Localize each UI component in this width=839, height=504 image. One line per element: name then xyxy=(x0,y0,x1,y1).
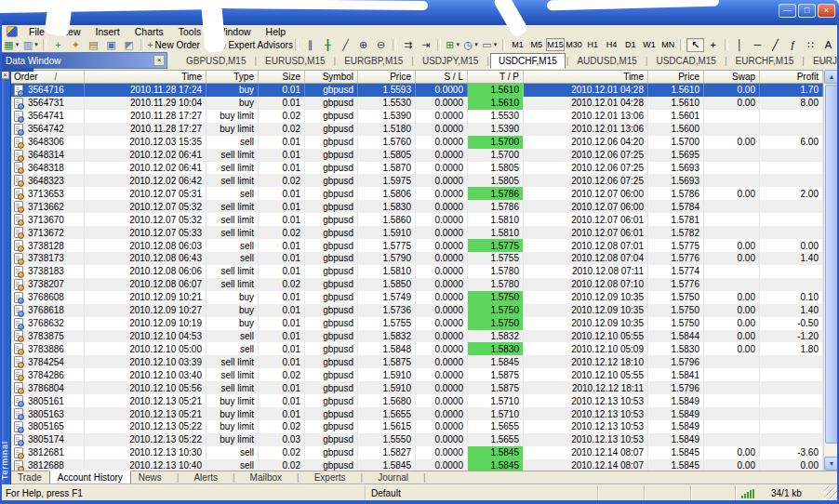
candlestick-button[interactable]: ╂ xyxy=(319,38,337,52)
table-row[interactable]: 36483182010.12.02 06:41sell limit0.01gbp… xyxy=(10,162,839,175)
minimize-button[interactable]: — xyxy=(779,4,796,18)
data-window-close-icon[interactable]: × xyxy=(153,55,165,66)
terminal-close-icon[interactable]: × xyxy=(1,71,9,79)
data-window-panel[interactable]: Data Window × xyxy=(0,52,167,69)
table-row[interactable]: 37381732010.12.08 06:43sell0.01gbpusd1.5… xyxy=(10,252,839,265)
cursor-tool[interactable]: ↖ xyxy=(686,38,704,52)
chart-tab-gbpusd[interactable]: GBPUSD,M15 xyxy=(179,54,253,68)
column-header-type[interactable]: Type xyxy=(206,71,259,83)
navigator-button[interactable]: ✦ xyxy=(67,38,85,52)
terminal-tab-account-history[interactable]: Account History xyxy=(49,471,131,484)
column-header-symbol[interactable]: Symbol xyxy=(305,71,358,83)
table-row[interactable]: 37136532010.12.07 05:31sell0.01gbpusd1.5… xyxy=(10,187,839,200)
table-row[interactable]: 37686082010.12.09 10:21buy0.01gbpusd1.57… xyxy=(10,291,839,304)
indicators-button[interactable]: ⊞▾ xyxy=(444,38,461,52)
table-row[interactable]: 37686182010.12.09 10:27buy0.01gbpusd1.57… xyxy=(10,304,839,317)
chart-tab-eurchf[interactable]: EURCHF,M15 xyxy=(728,54,802,68)
column-header-open-price[interactable]: Price xyxy=(358,71,416,83)
scrollbar-thumb[interactable] xyxy=(825,85,838,444)
table-row[interactable]: 38051652010.12.13 05:22buy limit0.02gbpu… xyxy=(10,420,839,433)
table-row[interactable]: 35647422010.11.28 17:27buy limit0.02gbpu… xyxy=(10,123,839,136)
templates-button[interactable]: ▭▾ xyxy=(480,38,499,52)
column-header-size[interactable]: Size xyxy=(259,71,305,83)
expert-advisors-button[interactable]: ◉Expert Advisors xyxy=(218,38,292,52)
timeframe-w1-button[interactable]: W1 xyxy=(640,38,659,51)
new-chart-button[interactable]: ▦▾ xyxy=(2,38,21,52)
column-header-profit[interactable]: Profit xyxy=(760,71,823,83)
table-row[interactable]: 37382072010.12.08 06:07sell limit0.02gbp… xyxy=(10,278,839,291)
chart-tab-usdjpy[interactable]: USDJPY,M15 xyxy=(415,54,486,68)
column-header-close-price[interactable]: Price xyxy=(648,71,704,83)
chart-tab-eurgbp[interactable]: EURGBP,M15 xyxy=(337,54,410,68)
new-order-button[interactable]: +New Order xyxy=(147,38,201,52)
table-row[interactable]: 37868042010.12.10 05:56sell limit0.01gbp… xyxy=(10,381,839,394)
table-row[interactable]: 36483142010.12.02 06:41sell limit0.01gbp… xyxy=(10,149,839,162)
timeframe-d1-button[interactable]: D1 xyxy=(621,38,640,51)
table-row[interactable]: 37686322010.12.09 10:19buy0.01gbpusd1.57… xyxy=(10,317,839,330)
close-button[interactable]: × xyxy=(818,4,835,18)
trendline-tool[interactable]: ╱ xyxy=(766,38,784,52)
chart-tab-audusd[interactable]: AUDUSD,M15 xyxy=(569,54,644,68)
terminal-button[interactable]: ▣ xyxy=(102,38,120,52)
chart-tab-usdcad[interactable]: USDCAD,M15 xyxy=(648,54,723,68)
table-row[interactable]: 38126812010.12.13 10:30sell0.02gbpusd1.5… xyxy=(10,446,839,459)
terminal-tab-experts[interactable]: Experts xyxy=(307,471,353,484)
chart-shift-button[interactable]: ⇥ xyxy=(417,38,434,52)
column-header-tp[interactable]: T / P xyxy=(468,71,524,83)
line-chart-button[interactable]: ╱ xyxy=(337,38,354,52)
text-tool[interactable]: A xyxy=(819,38,837,52)
table-row[interactable]: 37136702010.12.07 05:32sell limit0.01gbp… xyxy=(10,213,839,226)
terminal-tab-alerts[interactable]: Alerts xyxy=(186,471,225,484)
shapes-tool[interactable]: ∷ xyxy=(802,38,819,52)
timeframe-h1-button[interactable]: H1 xyxy=(583,38,602,51)
table-row[interactable]: 36483232010.12.02 06:42sell limit0.02gbp… xyxy=(10,174,839,187)
timeframe-m15-button[interactable]: M15 xyxy=(546,38,565,51)
table-row[interactable]: 37136622010.12.07 05:32sell limit0.01gbp… xyxy=(10,200,839,213)
table-row[interactable]: 38051612010.12.13 05:21buy limit0.01gbpu… xyxy=(10,394,839,407)
menu-charts[interactable]: Charts xyxy=(127,26,171,37)
table-row[interactable]: 35647412010.11.28 17:27buy limit0.02gbpu… xyxy=(10,110,839,123)
periods-button[interactable]: ◷▾ xyxy=(461,38,480,52)
table-row[interactable]: 37842542010.12.10 03:39sell limit0.01gbp… xyxy=(10,355,839,368)
table-row[interactable]: 35647162010.11.28 17:24buy0.01gbpusd1.55… xyxy=(10,84,839,97)
data-window-button[interactable]: ▤ xyxy=(85,38,102,52)
fibonacci-tool[interactable]: ƒ xyxy=(784,38,802,52)
terminal-tab-mailbox[interactable]: Mailbox xyxy=(243,471,289,484)
table-row[interactable]: 38051632010.12.13 05:21buy limit0.01gbpu… xyxy=(10,407,839,420)
tab-scroll-arrows[interactable]: ◂▸ xyxy=(818,56,832,65)
table-row[interactable]: 37838752010.12.10 04:53sell0.01gbpusd1.5… xyxy=(10,330,839,343)
terminal-tab-journal[interactable]: Journal xyxy=(370,471,416,484)
auto-scroll-button[interactable]: ⇉ xyxy=(399,38,417,52)
table-row[interactable]: 37842862010.12.10 03:40sell limit0.02gbp… xyxy=(10,368,839,381)
column-header-swap[interactable]: Swap xyxy=(704,71,760,83)
crosshair-tool[interactable]: + xyxy=(704,38,722,52)
chart-tab-usdchf[interactable]: USDCHF,M15 xyxy=(490,53,566,69)
timeframe-m30-button[interactable]: M30 xyxy=(565,38,583,51)
table-row[interactable]: 36483062010.12.03 15:35sell0.01gbpusd1.5… xyxy=(10,136,839,149)
strategy-tester-button[interactable]: ◩ xyxy=(120,38,138,52)
table-row[interactable]: 38051742010.12.13 05:22buy limit0.03gbpu… xyxy=(10,433,839,446)
menu-help[interactable]: Help xyxy=(259,26,294,37)
table-row[interactable]: 37381832010.12.08 06:06sell limit0.01gbp… xyxy=(10,265,839,278)
column-header-close-time[interactable]: Time xyxy=(524,71,648,83)
profiles-button[interactable]: ▥▾ xyxy=(21,38,41,52)
market-watch-button[interactable]: + xyxy=(49,38,67,52)
column-header-sl[interactable]: S / L xyxy=(416,71,468,83)
maximize-button[interactable]: □ xyxy=(798,4,816,18)
zoom-out-button[interactable]: ⊖ xyxy=(372,38,390,52)
bar-chart-button[interactable]: ∥ xyxy=(301,38,319,52)
table-row[interactable]: 37838862010.12.10 05:00sell0.01gbpusd1.5… xyxy=(10,342,839,355)
terminal-tab-news[interactable]: News xyxy=(131,471,169,484)
column-header-open-time[interactable]: Time xyxy=(85,71,206,83)
chart-tab-eurusd[interactable]: EURUSD,M15 xyxy=(258,54,332,68)
timeframe-m1-button[interactable]: M1 xyxy=(508,38,526,51)
timeframe-mn-button[interactable]: MN xyxy=(659,38,677,51)
zoom-in-button[interactable]: ⊕ xyxy=(354,38,372,52)
terminal-tab-trade[interactable]: Trade xyxy=(10,471,49,484)
table-row[interactable]: 37381282010.12.08 06:03sell0.01gbpusd1.5… xyxy=(10,239,839,252)
timeframe-m5-button[interactable]: M5 xyxy=(527,38,546,51)
menu-insert[interactable]: Insert xyxy=(88,26,127,37)
timeframe-h4-button[interactable]: H4 xyxy=(602,38,620,51)
status-profile-cell[interactable]: Default xyxy=(365,485,597,501)
vertical-line-tool[interactable]: │ xyxy=(731,38,749,52)
